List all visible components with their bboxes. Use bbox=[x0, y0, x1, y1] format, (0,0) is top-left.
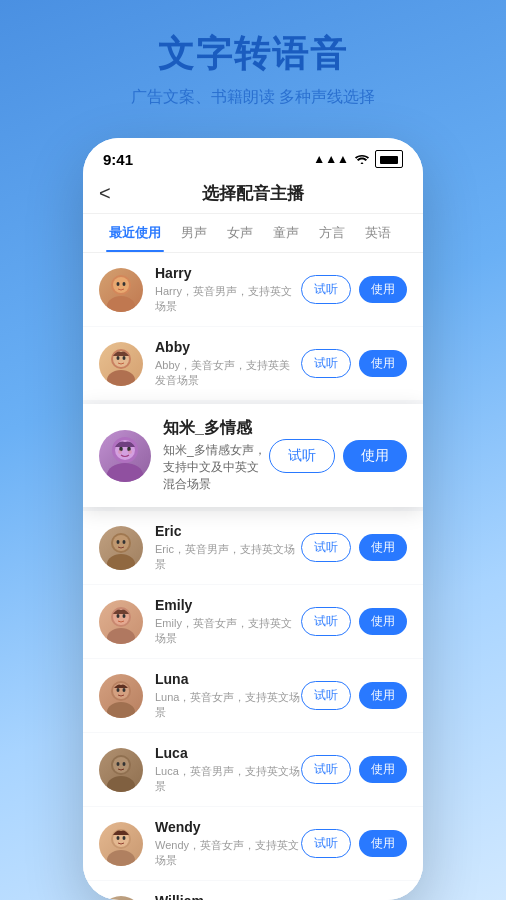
svg-point-40 bbox=[117, 836, 120, 840]
avatar bbox=[99, 896, 143, 901]
voice-actions: 试听 使用 bbox=[301, 755, 407, 784]
svg-point-25 bbox=[117, 614, 120, 618]
list-item: Emily Emily，英音女声，支持英文场景 试听 使用 bbox=[83, 585, 423, 658]
back-button[interactable]: < bbox=[99, 182, 111, 205]
voice-info-expanded: 知米_多情感 知米_多情感女声，支持中文及中英文混合场景 bbox=[163, 418, 269, 493]
list-item: Luna Luna，英音女声，支持英文场景 试听 使用 bbox=[83, 659, 423, 732]
voice-desc: Emily，英音女声，支持英文场景 bbox=[155, 616, 301, 646]
voice-list: Harry Harry，英音男声，支持英文场景 试听 使用 bbox=[83, 253, 423, 900]
svg-point-20 bbox=[117, 540, 120, 544]
svg-point-19 bbox=[113, 535, 129, 551]
voice-actions: 试听 使用 bbox=[301, 275, 407, 304]
svg-point-23 bbox=[107, 628, 135, 644]
svg-point-1 bbox=[107, 296, 135, 312]
page-subtitle: 广告文案、书籍朗读 多种声线选择 bbox=[20, 87, 486, 108]
svg-point-35 bbox=[117, 762, 120, 766]
tab-recent[interactable]: 最近使用 bbox=[99, 214, 171, 252]
nav-title: 选择配音主播 bbox=[202, 182, 304, 205]
svg-point-16 bbox=[128, 450, 132, 454]
page-main-title: 文字转语音 bbox=[20, 30, 486, 79]
voice-desc: Eric，英音男声，支持英文场景 bbox=[155, 542, 301, 572]
listen-button[interactable]: 试听 bbox=[301, 533, 351, 562]
tab-dialect[interactable]: 方言 bbox=[309, 214, 355, 252]
wifi-icon bbox=[354, 151, 370, 167]
svg-point-21 bbox=[123, 540, 126, 544]
voice-info: William William，英音男声，支持英文场景 bbox=[155, 893, 301, 900]
use-button[interactable]: 使用 bbox=[359, 276, 407, 303]
tabs-bar: 最近使用 男声 女声 童声 方言 英语 bbox=[83, 214, 423, 253]
voice-actions-expanded: 试听 使用 bbox=[269, 439, 407, 473]
use-button[interactable]: 使用 bbox=[359, 682, 407, 709]
avatar bbox=[99, 526, 143, 570]
top-section: 文字转语音 广告文案、书籍朗读 多种声线选择 bbox=[0, 0, 506, 128]
list-item: Wendy Wendy，英音女声，支持英文场景 试听 使用 bbox=[83, 807, 423, 880]
voice-info: Luna Luna，英音女声，支持英文场景 bbox=[155, 671, 301, 720]
phone-mockup: 9:41 ▲▲▲ < 选择配音主播 最近使用 男声 女声 童声 方言 英语 bbox=[83, 138, 423, 900]
use-button[interactable]: 使用 bbox=[359, 830, 407, 857]
list-item: Eric Eric，英音男声，支持英文场景 试听 使用 bbox=[83, 511, 423, 584]
use-button-expanded[interactable]: 使用 bbox=[343, 440, 407, 472]
nav-bar: < 选择配音主播 bbox=[83, 174, 423, 214]
svg-point-4 bbox=[123, 282, 126, 286]
svg-point-3 bbox=[117, 282, 120, 286]
use-button[interactable]: 使用 bbox=[359, 756, 407, 783]
svg-point-15 bbox=[118, 450, 122, 454]
avatar bbox=[99, 600, 143, 644]
svg-point-33 bbox=[107, 776, 135, 792]
listen-button[interactable]: 试听 bbox=[301, 681, 351, 710]
svg-point-9 bbox=[123, 356, 126, 360]
listen-button[interactable]: 试听 bbox=[301, 607, 351, 636]
voice-desc: Luna，英音女声，支持英文场景 bbox=[155, 690, 301, 720]
svg-point-34 bbox=[113, 757, 129, 773]
voice-name: Harry bbox=[155, 265, 301, 281]
avatar bbox=[99, 342, 143, 386]
list-item: Luca Luca，英音男声，支持英文场景 试听 使用 bbox=[83, 733, 423, 806]
svg-point-36 bbox=[123, 762, 126, 766]
list-item: William William，英音男声，支持英文场景 试听 使用 bbox=[83, 881, 423, 900]
voice-info: Eric Eric，英音男声，支持英文场景 bbox=[155, 523, 301, 572]
use-button[interactable]: 使用 bbox=[359, 534, 407, 561]
use-button[interactable]: 使用 bbox=[359, 350, 407, 377]
listen-button[interactable]: 试听 bbox=[301, 829, 351, 858]
tab-male[interactable]: 男声 bbox=[171, 214, 217, 252]
tab-child[interactable]: 童声 bbox=[263, 214, 309, 252]
svg-point-11 bbox=[107, 463, 143, 482]
voice-name: Luna bbox=[155, 671, 301, 687]
tab-female[interactable]: 女声 bbox=[217, 214, 263, 252]
voice-info: Emily Emily，英音女声，支持英文场景 bbox=[155, 597, 301, 646]
voice-desc: Wendy，英音女声，支持英文场景 bbox=[155, 838, 301, 868]
svg-point-6 bbox=[107, 370, 135, 386]
avatar-expanded bbox=[99, 430, 151, 482]
listen-button[interactable]: 试听 bbox=[301, 349, 351, 378]
voice-actions: 试听 使用 bbox=[301, 607, 407, 636]
listen-button[interactable]: 试听 bbox=[301, 275, 351, 304]
voice-name: Emily bbox=[155, 597, 301, 613]
voice-actions: 试听 使用 bbox=[301, 681, 407, 710]
avatar bbox=[99, 268, 143, 312]
svg-point-18 bbox=[107, 554, 135, 570]
voice-name-expanded: 知米_多情感 bbox=[163, 418, 269, 439]
voice-info: Luca Luca，英音男声，支持英文场景 bbox=[155, 745, 301, 794]
list-item: Abby Abby，美音女声，支持英美发音场景 试听 使用 bbox=[83, 327, 423, 400]
voice-info: Abby Abby，美音女声，支持英美发音场景 bbox=[155, 339, 301, 388]
svg-point-28 bbox=[107, 702, 135, 718]
voice-actions: 试听 使用 bbox=[301, 349, 407, 378]
listen-button-expanded[interactable]: 试听 bbox=[269, 439, 335, 473]
listen-button[interactable]: 试听 bbox=[301, 755, 351, 784]
voice-name: Luca bbox=[155, 745, 301, 761]
voice-desc: Harry，英音男声，支持英文场景 bbox=[155, 284, 301, 314]
voice-actions: 试听 使用 bbox=[301, 533, 407, 562]
avatar bbox=[99, 822, 143, 866]
voice-desc-expanded: 知米_多情感女声，支持中文及中英文混合场景 bbox=[163, 442, 269, 493]
voice-name: Abby bbox=[155, 339, 301, 355]
status-icons: ▲▲▲ bbox=[313, 150, 403, 168]
list-item: Harry Harry，英音男声，支持英文场景 试听 使用 bbox=[83, 253, 423, 326]
use-button[interactable]: 使用 bbox=[359, 608, 407, 635]
voice-actions: 试听 使用 bbox=[301, 829, 407, 858]
avatar bbox=[99, 748, 143, 792]
svg-point-31 bbox=[123, 688, 126, 692]
voice-desc: Abby，美音女声，支持英美发音场景 bbox=[155, 358, 301, 388]
tab-english[interactable]: 英语 bbox=[355, 214, 401, 252]
status-bar: 9:41 ▲▲▲ bbox=[83, 138, 423, 174]
signal-icon: ▲▲▲ bbox=[313, 152, 349, 166]
